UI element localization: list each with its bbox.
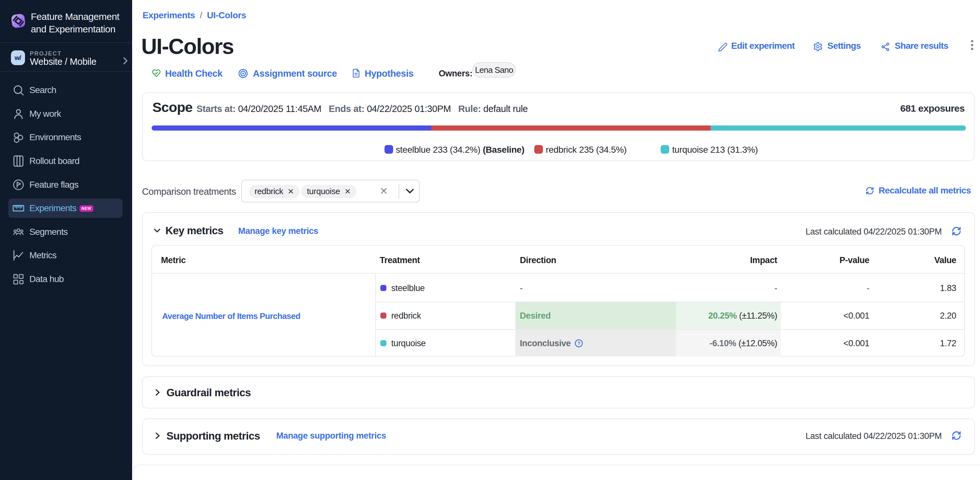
svg-text:?: ? [577, 340, 580, 346]
